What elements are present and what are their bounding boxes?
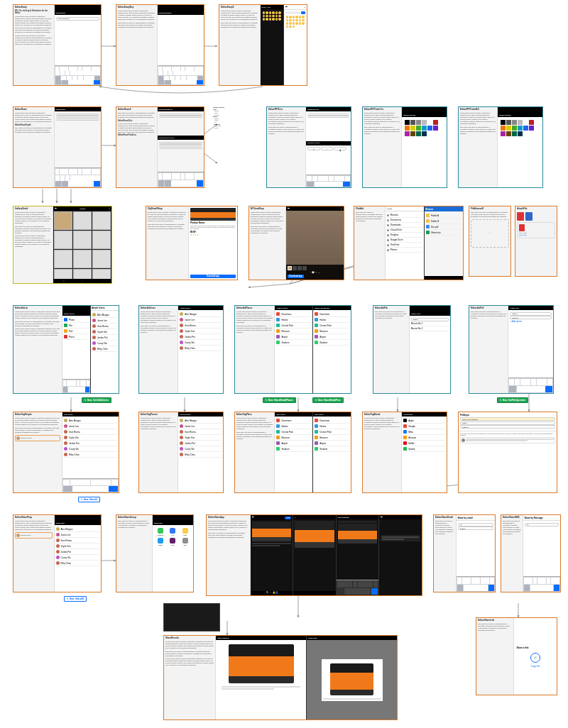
swatch[interactable] (416, 131, 421, 136)
node-editor-tag-person[interactable]: EditorTagPerson Lorem ipsum dolor sit am… (138, 412, 224, 493)
list-item[interactable]: Jamie Lee (64, 424, 117, 429)
swatch[interactable] (405, 120, 410, 125)
user-list[interactable]: Alex MorganJamie LeeSam RiveraTaylor Kim… (55, 525, 101, 592)
list-item[interactable]: Airport (276, 334, 311, 340)
swatch[interactable] (518, 126, 523, 131)
list-item[interactable]: Spotify (403, 446, 445, 452)
swatch[interactable] (405, 126, 410, 131)
list-item[interactable]: Jamie Lee (180, 424, 222, 429)
list-item[interactable]: Stadium (315, 340, 349, 346)
list-item[interactable]: Downtown (315, 311, 349, 317)
list-item[interactable]: Downtown (276, 418, 311, 424)
swatch[interactable] (422, 131, 427, 136)
list-item[interactable]: Jordan Pat (92, 335, 117, 341)
list-item[interactable]: Casey Wu (92, 341, 117, 346)
keyboard[interactable] (62, 379, 90, 393)
search[interactable]: Search (411, 318, 449, 321)
list-item[interactable]: Netflix (403, 441, 445, 446)
list-item[interactable]: Google Drive (387, 238, 422, 243)
list-item[interactable]: Alex Morgan (180, 418, 222, 424)
list-item[interactable]: Casey Wu (64, 446, 117, 452)
swatch[interactable] (512, 120, 517, 125)
color-swatches[interactable] (403, 118, 445, 138)
list-item[interactable]: Central Park (315, 323, 349, 329)
list-item[interactable]: Apple (403, 418, 445, 424)
chip[interactable]: Shared with 3 (15, 532, 53, 539)
att-item[interactable]: Poll (64, 329, 89, 334)
node-editor-rows[interactable]: EditorRows Lorem ipsum dolor sit amet, c… (13, 106, 102, 188)
list-item[interactable]: Jamie Lee (92, 318, 117, 324)
node-editor-emoji-exp[interactable]: EditorEmojiExp Lorem ipsum dolor sit ame… (116, 4, 204, 86)
att-options[interactable]: Photo File Poll Place (62, 316, 90, 379)
list-item[interactable]: Riley Chen (56, 561, 99, 566)
share-app[interactable]: Mail (168, 528, 178, 536)
list-item[interactable]: Museum (315, 329, 349, 334)
list-item[interactable]: Stadium (315, 446, 349, 452)
list-item[interactable]: Taylor Kim (180, 329, 222, 334)
list-item[interactable]: Dropbox (387, 233, 422, 238)
node-share-group[interactable]: EditorShareGroup Duis aute irure dolor i… (116, 514, 194, 592)
list-item[interactable]: Harbor (315, 317, 349, 323)
swatch[interactable] (422, 120, 427, 125)
list-item[interactable]: Casey Wu (56, 555, 99, 561)
add-option[interactable]: + Add option (510, 320, 552, 323)
list-item[interactable]: Central Park (315, 429, 349, 435)
list-item[interactable]: Taylor Kim (92, 329, 117, 335)
swatch[interactable] (501, 120, 506, 125)
gallery-grid[interactable] (53, 211, 111, 279)
list-item[interactable]: Downloads (387, 223, 422, 228)
place-list[interactable]: DowntownHarborCentral ParkMuseumAirportS… (275, 417, 312, 492)
keyboard[interactable] (158, 172, 204, 187)
keyboard[interactable] (62, 478, 119, 492)
node-gallery-detail[interactable]: GalleryDetail Lorem ipsum dolor sit amet… (13, 206, 112, 284)
keyboard[interactable] (158, 65, 204, 85)
download-button[interactable]: Download app (288, 275, 305, 278)
node-file-browse-d[interactable]: FileBrowseD Duis aute irure dolor in rep… (469, 206, 511, 277)
list-item[interactable]: Central Park (276, 323, 311, 329)
list-item[interactable]: Museum (276, 435, 311, 441)
tag-chip[interactable]: Tagged person (15, 435, 60, 441)
swatch[interactable] (523, 120, 528, 125)
swatch[interactable] (405, 131, 410, 136)
android-nav[interactable]: ◁○□ (53, 279, 111, 283)
swatch[interactable] (427, 120, 432, 125)
list-item[interactable]: Riley Chen (92, 346, 117, 352)
color-swatches[interactable] (499, 118, 541, 138)
list-item[interactable]: Jordan Pat (180, 334, 222, 340)
list-item[interactable]: Sam Rivera (56, 538, 99, 544)
list-item[interactable]: Recents (387, 213, 422, 218)
keyboard[interactable] (306, 175, 351, 187)
keyboard[interactable] (457, 576, 495, 592)
node-editor-emoji-2[interactable]: EditorEmoji2 Lorem ipsum dolor sit amet,… (219, 4, 307, 86)
swatch[interactable] (512, 126, 517, 131)
download-button[interactable]: Download app (190, 275, 236, 278)
node-poll-input[interactable]: PollInput What is your question? Option … (458, 412, 557, 493)
list-item[interactable]: Riley Chen (180, 346, 222, 351)
list-item[interactable]: Alex Morgan (56, 526, 99, 532)
swatch[interactable] (410, 131, 415, 136)
swatch[interactable] (416, 126, 421, 131)
swatch[interactable] (410, 126, 415, 131)
list-item[interactable]: Meta (403, 429, 445, 435)
list-item[interactable]: Central Park (276, 429, 311, 435)
swatch[interactable] (529, 126, 534, 131)
keyboard[interactable] (508, 377, 553, 393)
swatch[interactable] (501, 131, 506, 136)
copy-link-button[interactable]: Copy link (531, 665, 540, 668)
node-file-add[interactable]: FileAdd Duis aute irure dolor in reprehe… (354, 206, 464, 280)
list-item[interactable]: Riley Chen (64, 452, 117, 458)
keyboard[interactable] (337, 580, 379, 595)
list-item[interactable]: Sam Rivera (64, 429, 117, 435)
list-item[interactable]: Airport (276, 441, 311, 446)
place-list[interactable]: DowntownHarborCentral ParkMuseumAirportS… (313, 310, 351, 393)
dropzone[interactable]: ⬆ (471, 219, 509, 248)
list-item[interactable]: Sam Rivera (92, 324, 117, 329)
user-list[interactable]: Alex MorganJamie LeeSam RiveraTaylor Kim… (91, 311, 119, 393)
swatch[interactable] (529, 120, 534, 125)
poll-option[interactable]: Option B (460, 425, 555, 429)
list-item[interactable]: Downtown (315, 418, 349, 424)
list-item[interactable]: Museum (276, 329, 311, 334)
row-input[interactable] (56, 118, 99, 121)
list-item[interactable]: OneDrive (387, 243, 422, 248)
tag-new-share-ui[interactable]: New: ShareUI (78, 497, 100, 502)
